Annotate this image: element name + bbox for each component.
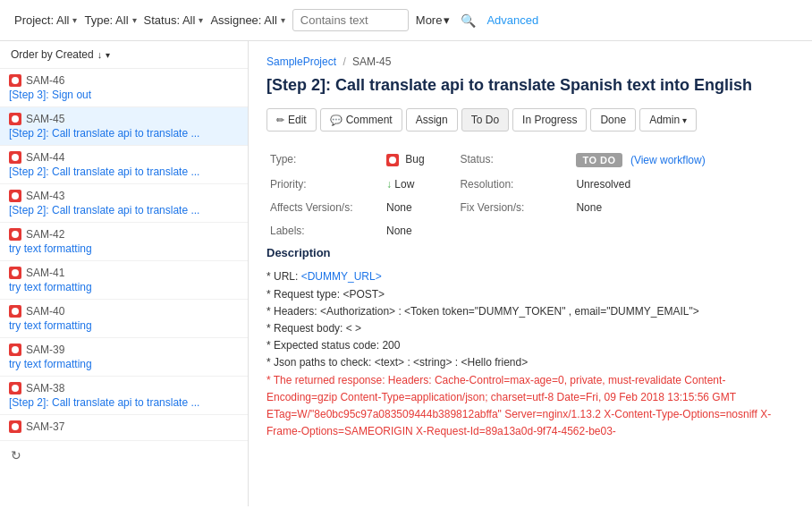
description-body: * URL: <DUMMY_URL> * Request type: <POST… [266, 268, 794, 440]
project-filter[interactable]: Project: All ▾ [14, 13, 77, 27]
issue-id: SAM-42 [26, 228, 64, 241]
view-workflow-link[interactable]: (View workflow) [630, 154, 706, 166]
issue-id: SAM-44 [26, 151, 64, 164]
type-label: Type: [266, 148, 383, 173]
desc-line-0: * URL: <DUMMY_URL> [266, 268, 794, 285]
admin-button[interactable]: Admin ▾ [639, 108, 697, 131]
list-item[interactable]: SAM-43 [Step 2]: Call translate api to t… [0, 184, 248, 223]
done-button[interactable]: Done [590, 108, 636, 131]
resolution-label: Resolution: [456, 173, 572, 196]
resolution-text: Unresolved [576, 178, 630, 191]
todo-label: To Do [471, 114, 499, 126]
issue-id: SAM-39 [26, 344, 64, 356]
bug-icon [9, 190, 21, 202]
status-badge: TO DO [576, 153, 622, 167]
status-filter-label: Status: All [144, 13, 196, 27]
resolution-value: Unresolved [572, 173, 794, 196]
project-caret-icon: ▾ [72, 15, 77, 25]
refresh-icon[interactable]: ↻ [11, 448, 21, 462]
admin-caret-icon: ▾ [682, 115, 687, 125]
issue-title: [Step 2]: Call translate api to translat… [266, 75, 794, 96]
status-caret-icon: ▾ [199, 15, 203, 25]
advanced-link[interactable]: Advanced [486, 13, 538, 27]
priority-icon: ↓ [386, 178, 394, 191]
admin-label: Admin [649, 114, 680, 126]
breadcrumb-project[interactable]: SampleProject [266, 55, 336, 68]
issue-title: try text formatting [9, 319, 239, 332]
status-filter[interactable]: Status: All ▾ [144, 13, 204, 27]
issue-title: try text formatting [9, 281, 239, 293]
issue-id: SAM-40 [26, 305, 64, 318]
affects-row: Affects Version/s: None Fix Version/s: N… [266, 196, 794, 219]
issue-id: SAM-41 [26, 267, 64, 279]
status-value: TO DO (View workflow) [572, 148, 794, 173]
issue-id-row: SAM-40 [9, 305, 239, 318]
list-item[interactable]: SAM-39 try text formatting [0, 338, 248, 377]
order-label: Order by Created [11, 48, 94, 61]
edit-button[interactable]: ✏ Edit [266, 108, 317, 131]
todo-button[interactable]: To Do [461, 108, 509, 131]
list-item[interactable]: SAM-44 [Step 2]: Call translate api to t… [0, 146, 248, 184]
affects-value: None [383, 196, 456, 219]
fix-text: None [576, 201, 602, 214]
issue-id-row: SAM-45 [9, 113, 239, 125]
issue-id-row: SAM-37 [9, 420, 239, 433]
issue-title: [Step 2]: Call translate api to translat… [9, 165, 239, 178]
edit-label: Edit [288, 114, 307, 126]
list-item[interactable]: SAM-42 try text formatting [0, 223, 248, 261]
search-icon[interactable]: 🔍 [457, 12, 479, 30]
issue-id-row: SAM-42 [9, 228, 239, 241]
fix-value: None [572, 196, 794, 219]
fields-table: Type: Bug Status: TO DO (View workflow) … [266, 148, 794, 242]
issue-id: SAM-37 [26, 420, 64, 433]
type-filter[interactable]: Type: All ▾ [84, 13, 136, 27]
inprogress-button[interactable]: In Progress [512, 108, 587, 131]
done-label: Done [600, 114, 626, 126]
list-item[interactable]: SAM-41 try text formatting [0, 261, 248, 300]
priority-text: Low [394, 178, 414, 191]
issue-title: [Step 2]: Call translate api to translat… [9, 204, 239, 216]
bug-icon [9, 267, 21, 279]
more-button[interactable]: More ▾ [416, 13, 451, 27]
issue-id-row: SAM-39 [9, 344, 239, 356]
priority-label: Priority: [266, 173, 383, 196]
comment-button[interactable]: 💬 Comment [320, 108, 402, 131]
issue-id: SAM-46 [26, 74, 64, 87]
issue-title: try text formatting [9, 358, 239, 370]
inprogress-label: In Progress [522, 114, 577, 126]
issue-id-row: SAM-46 [9, 74, 239, 87]
main-layout: Order by Created ↓ ▾ SAM-46 [Step 3]: Si… [0, 41, 812, 506]
list-item[interactable]: SAM-38 [Step 2]: Call translate api to t… [0, 377, 248, 415]
bug-icon [9, 74, 21, 87]
issue-title: [Step 2]: Call translate api to translat… [9, 127, 239, 140]
sidebar: Order by Created ↓ ▾ SAM-46 [Step 3]: Si… [0, 41, 249, 506]
desc-line-1: * Request type: <POST> [266, 286, 794, 303]
sidebar-order-header[interactable]: Order by Created ↓ ▾ [0, 41, 248, 69]
affects-label: Affects Version/s: [266, 196, 383, 219]
breadcrumb: SampleProject / SAM-45 [266, 55, 794, 68]
priority-row: Priority: ↓ Low Resolution: Unresolved [266, 173, 794, 196]
action-buttons: ✏ Edit 💬 Comment Assign To Do In Progres… [266, 108, 794, 131]
labels-label: Labels: [266, 219, 383, 242]
bug-icon [9, 151, 21, 164]
description-section: Description * URL: <DUMMY_URL> * Request… [266, 246, 794, 440]
list-item[interactable]: SAM-46 [Step 3]: Sign out [0, 69, 248, 107]
bug-icon [9, 228, 21, 241]
breadcrumb-issue-id: SAM-45 [352, 55, 391, 68]
search-input[interactable] [292, 9, 409, 31]
labels-text: None [386, 225, 412, 237]
desc-line-6: * The returned response: Headers: Cache-… [266, 372, 794, 441]
bug-icon [9, 305, 21, 318]
desc-line-2: * Headers: <Authorization> : <Token toke… [266, 303, 794, 320]
top-toolbar: Project: All ▾ Type: All ▾ Status: All ▾… [0, 0, 812, 41]
desc-line-5: * Json paths to check: <text> : <string>… [266, 354, 794, 371]
edit-icon: ✏ [276, 115, 284, 126]
assignee-filter[interactable]: Assignee: All ▾ [210, 13, 284, 27]
fix-label: Fix Version/s: [456, 196, 572, 219]
type-caret-icon: ▾ [132, 15, 137, 25]
list-item[interactable]: SAM-37 [0, 415, 248, 441]
list-item[interactable]: SAM-40 try text formatting [0, 300, 248, 338]
list-item[interactable]: SAM-45 [Step 2]: Call translate api to t… [0, 107, 248, 146]
assign-button[interactable]: Assign [406, 108, 458, 131]
bug-icon [9, 344, 21, 356]
